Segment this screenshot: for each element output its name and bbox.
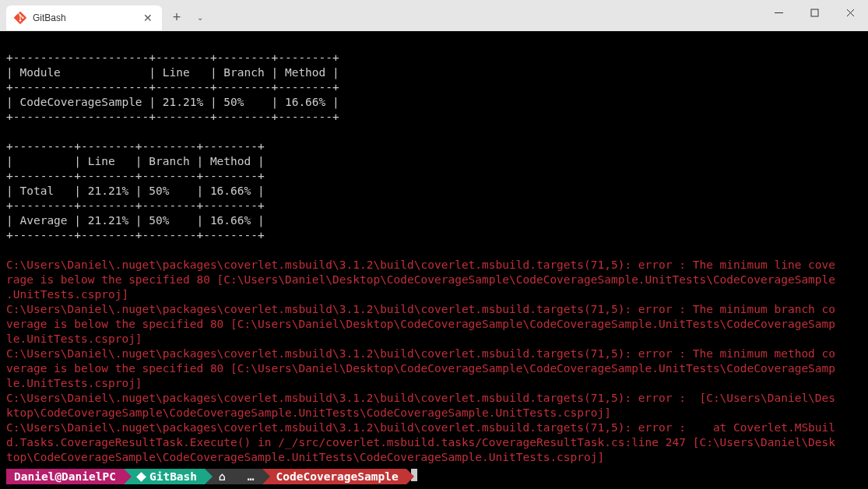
new-tab-button[interactable]: + — [165, 6, 188, 30]
terminal-output: +--------------------+--------+--------+… — [6, 36, 862, 465]
minimize-button[interactable] — [761, 0, 796, 25]
prompt-dir: CodeCoverageSample — [262, 469, 406, 484]
maximize-button[interactable] — [796, 0, 832, 25]
prompt-shell: GitBash — [124, 469, 205, 484]
diamond-icon — [136, 472, 146, 482]
tabs-area: GitBash ✕ + ⌄ — [0, 0, 212, 31]
tab-title: GitBash — [33, 12, 142, 23]
svg-rect-1 — [811, 9, 818, 16]
terminal-pane[interactable]: +--------------------+--------+--------+… — [0, 31, 868, 489]
prompt-shell-label: GitBash — [149, 470, 197, 484]
prompt-userhost: Daniel@DanielPC — [6, 469, 124, 484]
tab-close-button[interactable]: ✕ — [142, 12, 154, 24]
close-button[interactable] — [832, 0, 868, 25]
gitbash-icon — [14, 12, 26, 24]
tab-dropdown-button[interactable]: ⌄ — [188, 6, 212, 30]
window-controls — [761, 0, 868, 25]
prompt-statusbar: Daniel@DanielPC GitBash ⌂ … CodeCoverage… — [6, 469, 862, 484]
tab-gitbash[interactable]: GitBash ✕ — [6, 5, 162, 30]
titlebar: GitBash ✕ + ⌄ — [0, 0, 868, 31]
svg-rect-0 — [775, 12, 783, 13]
